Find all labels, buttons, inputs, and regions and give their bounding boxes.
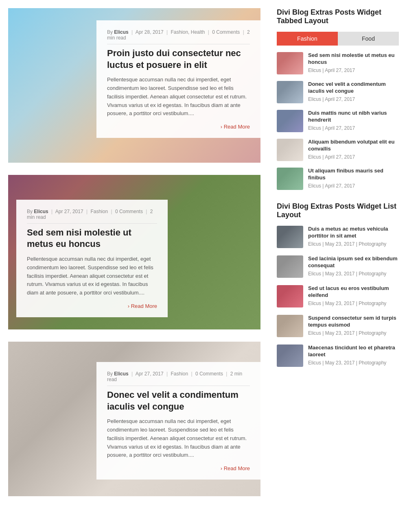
read-more-2[interactable]: › Read More bbox=[27, 303, 157, 309]
list-post-meta-1: Elicus | May 23, 2017 | Photography bbox=[308, 241, 399, 247]
sidebar: Divi Blog Extras Posts Widget Tabbed Lay… bbox=[277, 8, 399, 508]
list-item: Duis mattis nunc ut nibh varius hendreri… bbox=[277, 110, 399, 132]
list-item: Suspend consectetur sem id turpis tempus… bbox=[277, 315, 399, 337]
list-post-meta-4: Elicus | May 23, 2017 | Photography bbox=[308, 330, 399, 336]
list-post-info-2: Sed lacinia ipsum sed ex bibendum conseq… bbox=[308, 255, 399, 277]
tabbed-posts-list: Sed sem nisi molestie ut metus eu honcus… bbox=[277, 52, 399, 190]
tabbed-post-title-4[interactable]: Aliquam bibendum volutpat elit eu conval… bbox=[308, 139, 399, 153]
tabbed-thumb-4 bbox=[277, 139, 303, 161]
list-item: Sed lacinia ipsum sed ex bibendum conseq… bbox=[277, 255, 399, 278]
post-excerpt-1: Pellentesque accumsan nulla nec dui impe… bbox=[107, 76, 250, 118]
post-title-1: Proin justo dui consectetur nec luctus e… bbox=[107, 48, 250, 71]
post-meta-2: By Elicus | Apr 27, 2017 | Fashion | 0 C… bbox=[27, 209, 157, 224]
read-more-3[interactable]: › Read More bbox=[107, 465, 250, 471]
meta-categories-3: Fashion bbox=[171, 371, 188, 377]
tab-food[interactable]: Food bbox=[338, 32, 399, 46]
list-post-info-1: Duis a metus ac metus vehicula porttitor… bbox=[308, 226, 399, 247]
tabbed-thumb-1 bbox=[277, 52, 303, 74]
list-item: Duis a metus ac metus vehicula porttitor… bbox=[277, 226, 399, 248]
tabbed-post-meta-4: Elicus | April 27, 2017 bbox=[308, 154, 399, 160]
meta-categories-2: Fashion bbox=[90, 209, 108, 214]
thumb-image-2 bbox=[277, 81, 303, 103]
tab-fashion[interactable]: Fashion bbox=[277, 32, 338, 46]
tabbed-post-meta-3: Elicus | April 27, 2017 bbox=[308, 125, 399, 131]
list-item: Maecenas tincidunt leo et pharetra laore… bbox=[277, 344, 399, 367]
post-excerpt-3: Pellentesque accumsan nulla nec dui impe… bbox=[107, 417, 250, 460]
list-post-title-1[interactable]: Duis a metus ac metus vehicula porttitor… bbox=[308, 226, 399, 240]
list-thumb-image-4 bbox=[277, 315, 303, 337]
list-post-meta-2: Elicus | May 23, 2017 | Photography bbox=[308, 271, 399, 277]
meta-by-2: By bbox=[27, 209, 33, 214]
list-posts: Duis a metus ac metus vehicula porttitor… bbox=[277, 226, 399, 367]
meta-date-2: Apr 27, 2017 bbox=[55, 209, 83, 214]
tabbed-post-info-2: Donec vel velit a condimentum iaculis ve… bbox=[308, 81, 399, 102]
tabbed-widget: Divi Blog Extras Posts Widget Tabbed Lay… bbox=[277, 8, 399, 190]
list-post-title-2[interactable]: Sed lacinia ipsum sed ex bibendum conseq… bbox=[308, 255, 399, 269]
thumb-image-3 bbox=[277, 110, 303, 132]
list-item: Sed sem nisi molestie ut metus eu honcus… bbox=[277, 52, 399, 74]
blog-post-2: By Elicus | Apr 27, 2017 | Fashion | 0 C… bbox=[8, 175, 260, 329]
blog-post-1: By Elicus | Apr 28, 2017 | Fashion, Heal… bbox=[8, 8, 260, 163]
list-thumb-4 bbox=[277, 315, 303, 337]
list-post-info-3: Sed ut lacus eu eros vestibulum eleifend… bbox=[308, 285, 399, 306]
read-more-1[interactable]: › Read More bbox=[107, 124, 250, 130]
list-widget-title: Divi Blog Extras Posts Widget List Layou… bbox=[277, 202, 399, 219]
list-thumb-image-3 bbox=[277, 285, 303, 307]
tabbed-post-meta-5: Elicus | April 27, 2017 bbox=[308, 183, 399, 189]
tabbed-thumb-3 bbox=[277, 110, 303, 132]
meta-comments-3: 0 Comments bbox=[195, 371, 223, 377]
meta-comments-2: 0 Comments bbox=[115, 209, 143, 214]
meta-comments-1: 0 Comments bbox=[212, 29, 240, 35]
meta-date-3: Apr 27, 2017 bbox=[136, 371, 164, 377]
list-thumb-3 bbox=[277, 285, 303, 307]
thumb-image-1 bbox=[277, 52, 303, 74]
post-excerpt-2: Pellentesque accumsan nulla nec dui impe… bbox=[27, 255, 157, 297]
list-thumb-image-2 bbox=[277, 255, 303, 278]
list-thumb-image-5 bbox=[277, 344, 303, 367]
tabbed-post-info-5: Ut aliquam finibus mauris sed finibus El… bbox=[308, 168, 399, 189]
post-meta-3: By Elicus | Apr 27, 2017 | Fashion | 0 C… bbox=[107, 371, 250, 386]
list-post-meta-5: Elicus | May 23, 2017 | Photography bbox=[308, 360, 399, 366]
tabbed-post-title-3[interactable]: Duis mattis nunc ut nibh varius hendreri… bbox=[308, 110, 399, 124]
meta-by-3: By bbox=[107, 371, 113, 377]
meta-author-2: Elicus bbox=[34, 209, 48, 214]
list-post-meta-3: Elicus | May 23, 2017 | Photography bbox=[308, 301, 399, 306]
meta-author-1: Elicus bbox=[114, 29, 128, 35]
thumb-image-5 bbox=[277, 168, 303, 190]
list-item: Ut aliquam finibus mauris sed finibus El… bbox=[277, 168, 399, 190]
list-item: Aliquam bibendum volutpat elit eu conval… bbox=[277, 139, 399, 161]
tabbed-thumb-5 bbox=[277, 168, 303, 190]
list-post-title-3[interactable]: Sed ut lacus eu eros vestibulum eleifend bbox=[308, 285, 399, 299]
post-title-2: Sed sem nisi molestie ut metus eu honcus bbox=[27, 227, 157, 250]
tabbed-widget-title: Divi Blog Extras Posts Widget Tabbed Lay… bbox=[277, 8, 399, 25]
meta-date-1: Apr 28, 2017 bbox=[136, 29, 164, 35]
list-item: Donec vel velit a condimentum iaculis ve… bbox=[277, 81, 399, 103]
list-thumb-image-1 bbox=[277, 226, 303, 248]
post-overlay-3: By Elicus | Apr 27, 2017 | Fashion | 0 C… bbox=[96, 362, 260, 480]
list-widget: Divi Blog Extras Posts Widget List Layou… bbox=[277, 202, 399, 367]
meta-by-1: By bbox=[107, 29, 113, 35]
tabbed-post-title-5[interactable]: Ut aliquam finibus mauris sed finibus bbox=[308, 168, 399, 181]
post-title-3: Donec vel velit a condimentum iaculis ve… bbox=[107, 389, 250, 412]
tabbed-post-meta-2: Elicus | April 27, 2017 bbox=[308, 96, 399, 102]
list-post-info-4: Suspend consectetur sem id turpis tempus… bbox=[308, 315, 399, 336]
tab-buttons: Fashion Food bbox=[277, 32, 399, 46]
tabbed-post-info-1: Sed sem nisi molestie ut metus eu honcus… bbox=[308, 52, 399, 73]
blog-post-3: By Elicus | Apr 27, 2017 | Fashion | 0 C… bbox=[8, 342, 260, 496]
tabbed-post-title-1[interactable]: Sed sem nisi molestie ut metus eu honcus bbox=[308, 52, 399, 66]
main-content: By Elicus | Apr 28, 2017 | Fashion, Heal… bbox=[8, 8, 260, 508]
tabbed-post-meta-1: Elicus | April 27, 2017 bbox=[308, 68, 399, 73]
list-thumb-5 bbox=[277, 344, 303, 367]
post-overlay-2: By Elicus | Apr 27, 2017 | Fashion | 0 C… bbox=[16, 200, 168, 317]
post-overlay-1: By Elicus | Apr 28, 2017 | Fashion, Heal… bbox=[96, 20, 260, 138]
list-item: Sed ut lacus eu eros vestibulum eleifend… bbox=[277, 285, 399, 307]
thumb-image-4 bbox=[277, 139, 303, 161]
meta-categories-1: Fashion, Health bbox=[171, 29, 205, 35]
tabbed-post-info-4: Aliquam bibendum volutpat elit eu conval… bbox=[308, 139, 399, 160]
list-post-title-4[interactable]: Suspend consectetur sem id turpis tempus… bbox=[308, 315, 399, 329]
page-wrapper: By Elicus | Apr 28, 2017 | Fashion, Heal… bbox=[0, 0, 407, 517]
tabbed-post-title-2[interactable]: Donec vel velit a condimentum iaculis ve… bbox=[308, 81, 399, 95]
list-thumb-2 bbox=[277, 255, 303, 278]
list-post-title-5[interactable]: Maecenas tincidunt leo et pharetra laore… bbox=[308, 344, 399, 358]
meta-author-3: Elicus bbox=[114, 371, 128, 377]
